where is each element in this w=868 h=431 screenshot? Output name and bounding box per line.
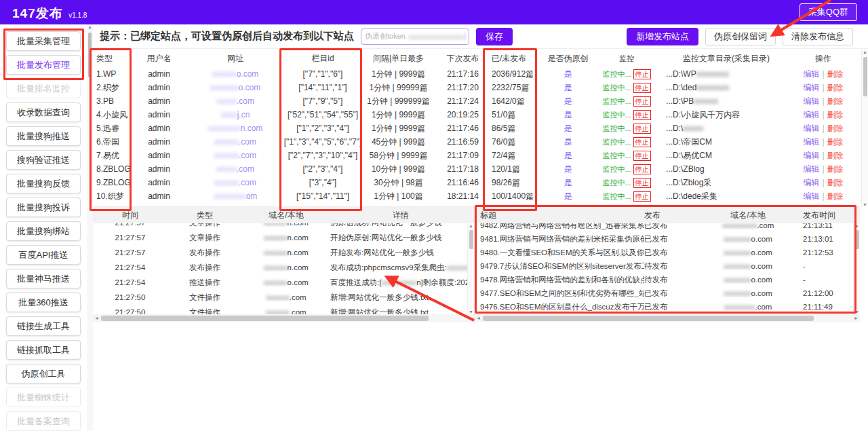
- sidebar-item[interactable]: 链接抓取工具: [6, 340, 81, 360]
- cell-url[interactable]: xxxxxxxo.com: [188, 83, 283, 92]
- article-vscrollbar[interactable]: ▲ ▼: [853, 223, 860, 314]
- cell-url[interactable]: xxxxxxxxn.com: [188, 124, 283, 133]
- edit-link[interactable]: 编辑: [803, 178, 819, 187]
- clear-publish-info-button[interactable]: 清除发布信息: [783, 28, 853, 45]
- stop-button[interactable]: 停止: [633, 110, 651, 120]
- scrollbar-thumb[interactable]: [469, 230, 473, 249]
- cell-url[interactable]: xxxxx.com: [188, 164, 283, 174]
- stop-button[interactable]: 停止: [633, 151, 651, 161]
- scrollbar-thumb[interactable]: [863, 57, 867, 96]
- save-button[interactable]: 保存: [476, 28, 513, 45]
- col-log-type: 类型: [167, 210, 242, 221]
- scrollbar-thumb[interactable]: [101, 316, 429, 321]
- cell-url[interactable]: xxxxxx.com: [188, 178, 283, 187]
- cell-next-publish: 20:19:25: [434, 110, 492, 119]
- cell-url[interactable]: xxxxx.com: [188, 96, 283, 106]
- sidebar-item[interactable]: 批量搜狗投诉: [6, 198, 81, 217]
- sidebar-item[interactable]: 批量搜狗绑站: [6, 221, 81, 241]
- cell-time: 21:27:50: [93, 308, 167, 314]
- sidebar-item[interactable]: 搜狗验证推送: [6, 150, 81, 170]
- sidebar-item[interactable]: 批量神马推送: [6, 269, 81, 288]
- delete-link[interactable]: 删除: [827, 110, 844, 119]
- log-table-header: 时间 类型 域名/本地 详情: [93, 207, 474, 223]
- edit-link[interactable]: 编辑: [803, 137, 819, 147]
- scroll-up-icon[interactable]: ▲: [469, 223, 473, 228]
- sidebar-item[interactable]: 批量蜘蛛统计: [6, 388, 81, 407]
- sidebar-item[interactable]: 百度API推送: [6, 245, 81, 265]
- log-hscrollbar[interactable]: ◄ ►: [93, 314, 474, 322]
- scroll-left-icon[interactable]: ◄: [94, 316, 99, 320]
- sidebar-item[interactable]: 批量采集管理: [6, 31, 81, 51]
- scrollbar-thumb[interactable]: [483, 316, 814, 321]
- scroll-down-icon[interactable]: ▼: [862, 202, 868, 207]
- scrollbar-thumb[interactable]: [88, 33, 92, 77]
- cell-type: 6.帝国: [93, 136, 130, 148]
- stop-button[interactable]: 停止: [633, 137, 651, 147]
- delete-link[interactable]: 删除: [827, 164, 844, 174]
- delete-link[interactable]: 删除: [827, 191, 844, 201]
- cell-url[interactable]: xxxxxxxxom: [188, 191, 283, 201]
- edit-link[interactable]: 编辑: [803, 69, 819, 79]
- sidebar-item[interactable]: 批量搜狗推送: [6, 126, 81, 146]
- edit-link[interactable]: 编辑: [803, 110, 819, 119]
- delete-link[interactable]: 删除: [827, 151, 844, 160]
- sidebar-item[interactable]: 批量备案查询: [6, 411, 81, 431]
- qq-group-button[interactable]: 采集QQ群: [800, 3, 857, 21]
- scroll-left-icon[interactable]: ◄: [476, 316, 481, 320]
- scroll-right-icon[interactable]: ►: [468, 316, 473, 320]
- add-publish-site-button[interactable]: 新增发布站点: [627, 28, 698, 45]
- cell-url[interactable]: xxxxj.cn: [188, 110, 283, 119]
- sidebar-item[interactable]: 链接生成工具: [6, 316, 81, 336]
- edit-link[interactable]: 编辑: [803, 191, 819, 201]
- sidebar-item[interactable]: 批量发布管理: [6, 55, 81, 75]
- log-vscrollbar[interactable]: ▲ ▼: [467, 223, 474, 314]
- delete-link[interactable]: 删除: [827, 137, 844, 147]
- cell-domain: xxxxxxo.com: [242, 278, 330, 286]
- bottom-panels: 时间 类型 域名/本地 详情 21:27:57 文章操作 xxxxxxn.com…: [93, 206, 860, 323]
- delete-link[interactable]: 删除: [827, 178, 844, 187]
- stop-button[interactable]: 停止: [633, 69, 651, 79]
- cell-publish-status: 待发布: [644, 261, 697, 271]
- stop-button[interactable]: 停止: [633, 178, 651, 188]
- scroll-down-icon[interactable]: ▼: [854, 310, 860, 314]
- url-redacted: xxxxxxxx: [214, 191, 246, 201]
- cell-url[interactable]: xxxxxx.com: [188, 151, 283, 160]
- scrollbar-thumb[interactable]: [855, 230, 859, 249]
- edit-link[interactable]: 编辑: [803, 96, 819, 106]
- delete-link[interactable]: 删除: [827, 83, 844, 92]
- pseudo-original-words-button[interactable]: 伪原创保留词: [705, 28, 776, 45]
- stop-button[interactable]: 停止: [633, 164, 651, 174]
- stop-button[interactable]: 停止: [633, 83, 651, 93]
- stop-button[interactable]: 停止: [633, 96, 651, 107]
- edit-link[interactable]: 编辑: [803, 164, 819, 174]
- stop-button[interactable]: 停止: [633, 124, 651, 134]
- token-input[interactable]: 伪原创token xxxxxxxxxxxxxxx: [361, 29, 469, 45]
- sidebar-item[interactable]: 收录数据查询: [6, 102, 81, 122]
- edit-link[interactable]: 编辑: [803, 124, 819, 133]
- sidebar-item[interactable]: 批量搜狗反馈: [6, 174, 81, 193]
- delete-link[interactable]: 删除: [827, 96, 844, 106]
- cell-url[interactable]: xxxxxx.com: [188, 137, 283, 147]
- edit-link[interactable]: 编辑: [803, 83, 819, 92]
- sidebar-scrollbar[interactable]: ▲: [87, 24, 93, 431]
- edit-link[interactable]: 编辑: [803, 151, 819, 160]
- delete-link[interactable]: 删除: [827, 69, 844, 79]
- cell-interval: 1分钟 | 9999篇: [363, 109, 434, 121]
- cell-interval: 10分钟 | 999篇: [363, 164, 434, 175]
- sidebar-item[interactable]: 批量360推送: [6, 293, 81, 312]
- sidebar-item[interactable]: 批量排名监控: [6, 79, 81, 98]
- domain-tail: n.com: [288, 263, 309, 271]
- scroll-down-icon[interactable]: ▼: [468, 310, 474, 314]
- scroll-up-icon[interactable]: ▲: [854, 223, 859, 228]
- scroll-right-icon[interactable]: ►: [854, 316, 859, 320]
- cell-url[interactable]: xxxxxxo.com: [188, 69, 283, 79]
- scroll-up-icon[interactable]: ▲: [863, 50, 867, 54]
- delete-link[interactable]: 删除: [827, 124, 844, 133]
- site-table-scrollbar[interactable]: ▲ ▼: [861, 50, 868, 207]
- action-separator: |: [822, 83, 824, 92]
- article-hscrollbar[interactable]: ◄ ►: [475, 314, 860, 322]
- cell-interval: 45分钟 | 999篇: [363, 136, 434, 148]
- scroll-up-icon[interactable]: ▲: [87, 24, 92, 29]
- sidebar-item[interactable]: 伪原创工具: [6, 364, 81, 383]
- stop-button[interactable]: 停止: [633, 191, 651, 202]
